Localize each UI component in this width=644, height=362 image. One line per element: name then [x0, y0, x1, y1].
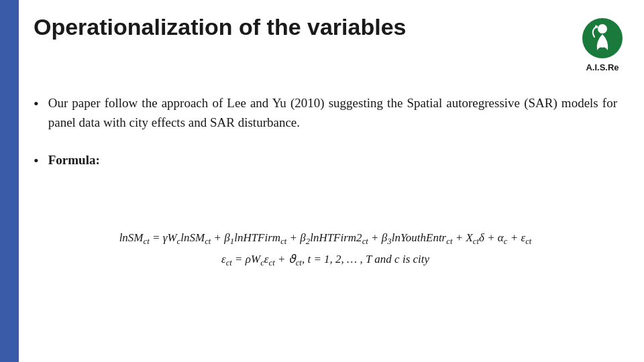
- logo-label: A.I.S.Re: [586, 62, 619, 72]
- bullet-item-2: • Formula:: [34, 151, 617, 170]
- bullet-text-2: Formula:: [48, 151, 100, 170]
- bullet-dot-1: •: [34, 95, 39, 113]
- left-accent-bar: [0, 0, 19, 362]
- formula-section: lnSMct = γWclnSMct + β1lnHTFirmct + β2ln…: [34, 228, 617, 272]
- svg-point-1: [598, 24, 607, 34]
- slide-title: Operationalization of the variables: [34, 13, 406, 41]
- bullet-dot-2: •: [34, 152, 39, 170]
- content-area: • Our paper follow the approach of Lee a…: [34, 94, 617, 189]
- formula-line-1: lnSMct = γWclnSMct + β1lnHTFirmct + β2ln…: [119, 228, 532, 249]
- aisre-logo-icon: [581, 17, 624, 60]
- header: Operationalization of the variables A.I.…: [34, 13, 624, 72]
- slide: Operationalization of the variables A.I.…: [0, 0, 644, 362]
- formula-line-2: εct = ρWcεct + ϑct, t = 1, 2, … , T and …: [221, 249, 429, 271]
- bullet-text-1: Our paper follow the approach of Lee and…: [48, 94, 617, 132]
- formula-label: Formula:: [48, 153, 100, 167]
- logo-area: A.I.S.Re: [581, 17, 624, 72]
- bullet-item-1: • Our paper follow the approach of Lee a…: [34, 94, 617, 132]
